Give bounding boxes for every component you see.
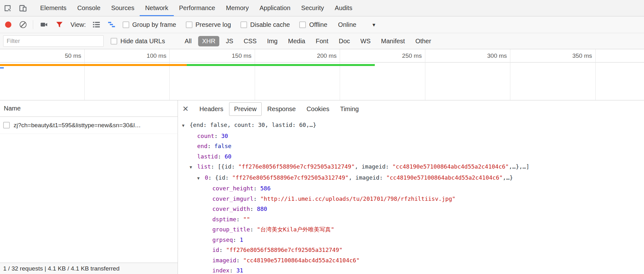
toolbar-checkbox-group-by-frame[interactable]: Group by frame [123, 21, 176, 28]
tree-row[interactable]: ▼0: {id: "ff276e8056f58896e7cf92505a3127… [178, 173, 644, 184]
filter-type-media[interactable]: Media [284, 36, 309, 46]
tree-row[interactable]: cover_height: 586 [178, 183, 644, 194]
overview-gridline [425, 49, 425, 100]
toolbar-checkbox-disable-cache[interactable]: Disable cache [240, 21, 290, 28]
tree-token-key: index [212, 267, 229, 274]
view-label: View: [70, 21, 86, 28]
tree-row[interactable]: grpseq: 1 [178, 235, 644, 245]
filter-type-ws[interactable]: WS [357, 36, 374, 46]
tree-row[interactable]: dsptime: "" [178, 214, 644, 225]
tree-token-str: "ff276e8056f58896e7cf92505a312749" [226, 247, 342, 253]
tree-token-num: 60 [225, 153, 232, 160]
checkbox-box[interactable] [299, 21, 306, 28]
tree-token-num: 30 [221, 133, 228, 139]
checkbox-label: Preserve log [196, 21, 231, 28]
detail-tab-timing[interactable]: Timing [335, 102, 364, 116]
request-row[interactable]: zj?ch=beauty&t1=595&listtype=new&sn=30&l… [0, 117, 178, 134]
expand-arrow-icon[interactable]: ▼ [197, 173, 205, 184]
tree-token-num: 1 [240, 236, 243, 243]
overview-gridline [84, 49, 85, 100]
tree-token-key: lastid [197, 153, 218, 160]
tree-row[interactable]: cover_width: 880 [178, 204, 644, 214]
tree-row[interactable]: lastid: 60 [178, 152, 644, 162]
tab-performance[interactable]: Performance [174, 0, 221, 16]
record-button[interactable] [5, 21, 11, 28]
clear-icon[interactable] [20, 21, 27, 28]
tab-memory[interactable]: Memory [221, 0, 254, 16]
tree-token-key: list [197, 163, 211, 170]
dropdown-caret-icon[interactable]: ▼ [372, 22, 376, 27]
overview-timeline[interactable]: 50 ms100 ms150 ms200 ms250 ms300 ms350 m… [0, 49, 644, 100]
filter-type-doc[interactable]: Doc [335, 36, 354, 46]
detail-tabs: HeadersPreviewResponseCookiesTiming [194, 102, 364, 116]
capture-screenshots-icon[interactable] [39, 21, 48, 29]
detail-tab-headers[interactable]: Headers [194, 102, 228, 116]
tree-token-plain: : [{id: [211, 163, 238, 170]
detail-tab-cookies[interactable]: Cookies [301, 102, 334, 116]
tab-application[interactable]: Application [254, 0, 296, 16]
checkbox-box[interactable] [123, 21, 129, 28]
tree-token-key: count [197, 133, 214, 139]
filter-type-xhr[interactable]: XHR [198, 36, 219, 46]
tree-row[interactable]: imageid: "cc48190e57100864abc4d55a2c4104… [178, 255, 644, 266]
tree-token-str: "ff276e8056f58896e7cf92505a312749" [232, 174, 349, 181]
filter-funnel-icon[interactable] [55, 21, 64, 29]
checkbox-box[interactable] [240, 21, 247, 28]
tab-console[interactable]: Console [72, 0, 106, 16]
overview-gridline [169, 49, 170, 100]
tree-token-str: "台湾美女Kila户外唯美写真" [257, 226, 334, 233]
name-column-header[interactable]: Name [0, 100, 178, 117]
tree-row[interactable]: count: 30 [178, 131, 644, 141]
filter-type-manifest[interactable]: Manifest [377, 36, 409, 46]
filter-type-js[interactable]: JS [222, 36, 237, 46]
tree-row[interactable]: id: "ff276e8056f58896e7cf92505a312749" [178, 245, 644, 255]
list-view-icon[interactable] [92, 21, 100, 29]
checkbox-label: Disable cache [250, 21, 290, 28]
tab-audits[interactable]: Audits [329, 0, 358, 16]
tree-token-plain: : [218, 153, 225, 160]
toolbar-divider [33, 20, 33, 29]
tab-elements[interactable]: Elements [35, 0, 72, 16]
tab-network[interactable]: Network [140, 0, 173, 16]
request-checkbox[interactable] [3, 122, 10, 128]
filter-type-font[interactable]: Font [312, 36, 332, 46]
throttling-dropdown[interactable]: Online [338, 21, 356, 28]
tree-row[interactable]: group_title: "台湾美女Kila户外唯美写真" [178, 224, 644, 235]
expand-arrow-icon[interactable]: ▼ [182, 121, 190, 131]
tree-token-key: group_title [212, 226, 250, 233]
tree-token-plain: : [208, 143, 215, 149]
hide-data-urls-checkbox[interactable]: Hide data URLs [111, 38, 165, 45]
device-toolbar-icon[interactable] [15, 0, 30, 16]
close-icon[interactable]: ✕ [182, 105, 189, 113]
overview-tick-label: 350 ms [572, 49, 592, 63]
detail-tabbar: ✕ HeadersPreviewResponseCookiesTiming [178, 100, 644, 117]
tree-row[interactable]: end: false [178, 141, 644, 152]
overview-tick-label: 50 ms [65, 49, 81, 63]
filter-type-css[interactable]: CSS [240, 36, 260, 46]
toolbar-checkbox-preserve-log[interactable]: Preserve log [186, 21, 231, 28]
status-bar: 1 / 32 requests | 4.1 KB / 4.1 KB transf… [0, 263, 178, 274]
tree-token-plain: : [214, 133, 221, 139]
expand-arrow-icon[interactable]: ▼ [190, 162, 197, 173]
detail-tab-response[interactable]: Response [262, 102, 301, 116]
tree-token-plain: : [250, 226, 257, 233]
request-list: zj?ch=beauty&t1=595&listtype=new&sn=30&l… [0, 117, 178, 263]
tree-row[interactable]: index: 31 [178, 265, 644, 274]
filter-type-other[interactable]: Other [411, 36, 435, 46]
detail-tab-preview[interactable]: Preview [229, 102, 262, 116]
toolbar-checkbox-offline[interactable]: Offline [299, 21, 327, 28]
tree-row[interactable]: cover_imgurl: "http://i1.umei.cc/uploads… [178, 194, 644, 204]
filter-input[interactable] [3, 35, 104, 47]
filter-type-all[interactable]: All [181, 36, 195, 46]
tree-token-plain: : [253, 185, 260, 192]
tree-row[interactable]: ▼list: [{id: "ff276e8056f58896e7cf92505a… [178, 162, 644, 173]
checkbox-box[interactable] [186, 21, 192, 28]
filter-type-img[interactable]: Img [263, 36, 281, 46]
checkbox-box[interactable] [111, 38, 117, 45]
inspect-icon[interactable] [0, 0, 15, 16]
tab-security[interactable]: Security [296, 0, 329, 16]
waterfall-view-icon[interactable] [107, 21, 116, 29]
tab-sources[interactable]: Sources [106, 0, 140, 16]
tree-token-plain: ,…},…] [509, 163, 529, 170]
tree-row[interactable]: ▼{end: false, count: 30, lastid: 60,…} [178, 120, 644, 131]
